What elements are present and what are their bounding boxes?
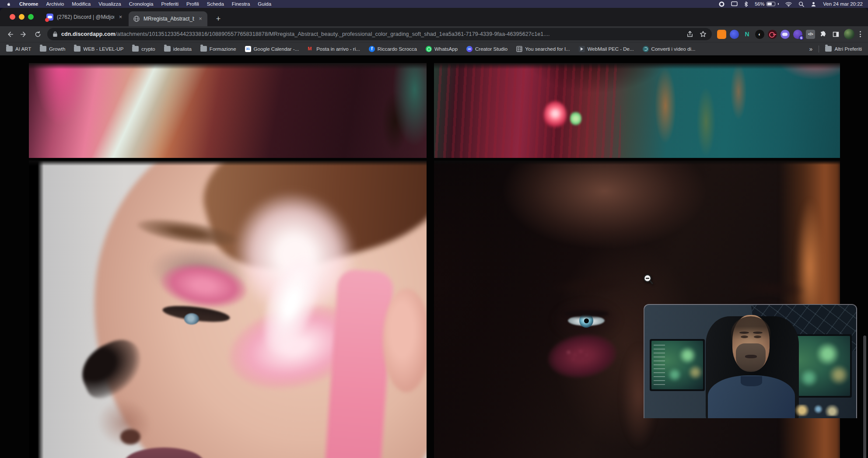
reload-button[interactable] [33, 30, 42, 38]
apple-menu-icon[interactable] [6, 1, 11, 7]
bookmark-whatsapp[interactable]: WhatsApp [426, 46, 458, 52]
menu-archivio[interactable]: Archivio [42, 0, 68, 8]
bookmark-star-icon[interactable] [700, 31, 707, 38]
key-vault-extension-icon[interactable] [768, 30, 777, 39]
other-bookmarks[interactable]: Altri Preferiti [825, 46, 862, 52]
purple-cloud-extension-icon[interactable] [780, 30, 790, 39]
globe-favicon [133, 15, 140, 22]
bookmark-facebook-profile[interactable]: Riccardo Scrocca [369, 46, 417, 52]
folder-icon [40, 46, 46, 52]
webmail-icon [579, 46, 585, 52]
tab-image-close-icon[interactable]: × [198, 15, 203, 22]
chrome-menu-icon[interactable] [858, 31, 863, 37]
menu-profili[interactable]: Profili [182, 0, 203, 8]
metamask-extension-icon[interactable] [717, 30, 726, 39]
url-path: /attachments/1013512335442333816/1088905… [116, 31, 550, 37]
menu-guida[interactable]: Guida [254, 0, 275, 8]
desktop-screen: Chrome Archivio Modifica Visualizza Cron… [0, 0, 868, 458]
code-tool-extension-icon[interactable]: </> [806, 30, 815, 39]
bookmarks-overflow-chevron[interactable]: » [809, 45, 813, 52]
bookmarks-bar: AI ART Growth WEB - LEVEL-UP crypto idea… [0, 42, 868, 55]
portrait-left-eye [560, 310, 612, 330]
tab-image-active[interactable]: MRregista_Abstract_beauty._ × [129, 11, 207, 26]
profile-avatar[interactable] [844, 29, 854, 39]
user-switch-icon[interactable] [811, 1, 816, 7]
bookmark-folder-web-level-up[interactable]: WEB - LEVEL-UP [74, 46, 123, 52]
generated-image-bottom-left[interactable] [29, 161, 427, 458]
bookmark-you-searched[interactable]: You searched for I... [516, 46, 570, 52]
generated-image-top-right[interactable] [434, 63, 840, 158]
minimize-window-button[interactable] [19, 14, 24, 20]
window-controls [10, 14, 34, 20]
close-window-button[interactable] [10, 14, 15, 20]
glitter-makeup-patch [545, 330, 620, 382]
menu-scheda[interactable]: Scheda [203, 0, 228, 8]
display-mirroring-icon[interactable] [731, 1, 738, 7]
tab-discord-close-icon[interactable]: × [118, 14, 123, 21]
bookmark-gmail-inbox[interactable]: Posta in arrivo - ri... [308, 46, 360, 52]
tab-discord[interactable]: (2762) Discord | @Midjourney × [42, 10, 128, 24]
bookmark-webmail-pec[interactable]: WebMail PEC - De... [579, 46, 634, 52]
record-indicator-icon[interactable] [719, 1, 724, 7]
folder-icon [164, 46, 171, 52]
bookmarks-divider [819, 45, 819, 52]
url-text[interactable]: cdn.discordapp.com/attachments/101351233… [61, 31, 550, 37]
menu-chrome[interactable]: Chrome [15, 0, 42, 8]
side-panel-icon[interactable] [831, 30, 840, 39]
extensions-row: N ◐ 6 </> [717, 29, 863, 39]
bookmark-folder-growth[interactable]: Growth [40, 46, 65, 52]
whatsapp-icon [426, 46, 432, 52]
menu-cronologia[interactable]: Cronologia [125, 0, 158, 8]
folder-icon [74, 46, 80, 52]
bookmark-folder-idealista[interactable]: idealista [164, 46, 192, 52]
battery-status[interactable]: 56% [755, 1, 779, 7]
menu-finestra[interactable]: Finestra [228, 0, 254, 8]
menubar-clock[interactable]: Ven 24 mar 20:22 [823, 1, 863, 7]
bookmark-folder-formazione[interactable]: Formazione [200, 46, 236, 52]
folder-icon [6, 46, 13, 52]
google-calendar-icon [245, 46, 251, 52]
page-scrollbar[interactable] [863, 336, 866, 458]
bookmark-creator-studio[interactable]: Creator Studio [466, 46, 508, 52]
back-button[interactable] [5, 30, 14, 38]
generated-image-top-left[interactable] [29, 63, 427, 158]
menu-modifica[interactable]: Modifica [68, 0, 94, 8]
menu-preferiti[interactable]: Preferiti [157, 0, 182, 8]
blue-wallet-extension-icon[interactable] [730, 30, 739, 39]
extension-badge: 6 [799, 35, 804, 40]
bookmark-video-converter[interactable]: Converti i video di... [643, 46, 696, 52]
tab-discord-title: (2762) Discord | @Midjourney [57, 14, 114, 20]
bluetooth-icon[interactable] [744, 1, 748, 7]
chrome-window: (2762) Discord | @Midjourney × MRregista… [0, 8, 868, 458]
presenter-webcam-overlay [644, 304, 857, 418]
grid-icon [516, 46, 522, 52]
discord-favicon [46, 14, 53, 21]
spotlight-search-icon[interactable] [798, 1, 804, 7]
black-disc-extension-icon[interactable]: ◐ [755, 30, 764, 39]
zoom-window-button[interactable] [28, 14, 34, 20]
menu-visualizza[interactable]: Visualizza [94, 0, 125, 8]
extensions-puzzle-icon[interactable] [819, 30, 828, 39]
address-bar[interactable]: cdn.discordapp.com/attachments/101351233… [47, 28, 712, 40]
folder-icon [825, 46, 832, 52]
meta-icon [466, 46, 472, 52]
battery-percent-label: 56% [755, 1, 764, 7]
bookmark-google-calendar[interactable]: Google Calendar -... [245, 46, 299, 52]
share-icon[interactable] [686, 31, 693, 38]
browser-toolbar: cdn.discordapp.com/attachments/101351233… [0, 26, 868, 42]
lock-icon[interactable] [52, 31, 58, 37]
n-extension-icon[interactable]: N [742, 30, 752, 39]
folder-icon [132, 46, 139, 52]
purple-badge-extension-icon[interactable]: 6 [793, 30, 802, 39]
tab-image-title: MRregista_Abstract_beauty._ [144, 16, 194, 22]
left-monitor [650, 339, 705, 391]
portrait-ear [383, 289, 427, 392]
url-host: cdn.discordapp.com [61, 31, 116, 37]
tab-strip: (2762) Discord | @Midjourney × MRregista… [0, 8, 868, 26]
new-tab-button[interactable]: + [213, 13, 224, 24]
wifi-icon[interactable] [785, 2, 792, 7]
forward-button[interactable] [19, 30, 28, 38]
bookmark-folder-ai-art[interactable]: AI ART [6, 46, 31, 52]
folder-icon [200, 46, 207, 52]
bookmark-folder-crypto[interactable]: crypto [132, 46, 155, 52]
